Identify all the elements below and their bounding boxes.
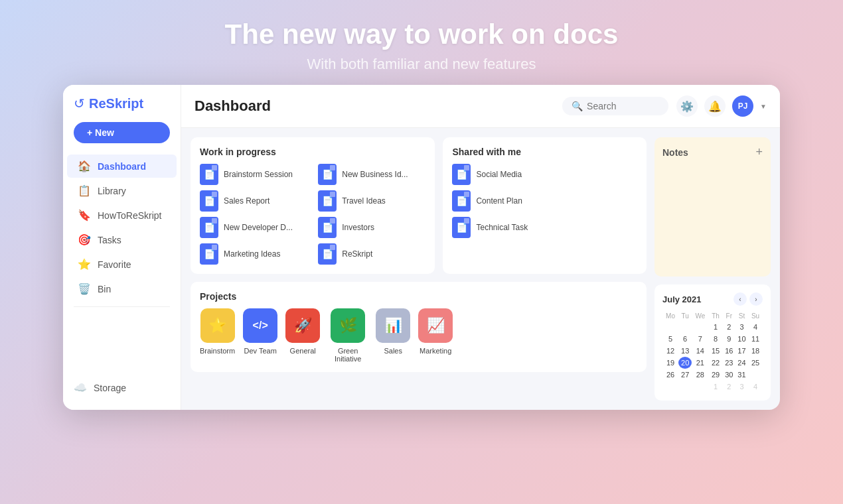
sidebar-item-howtoreskript[interactable]: 🔖 HowToReSkript bbox=[67, 204, 177, 227]
sidebar-item-library[interactable]: 📋 Library bbox=[67, 179, 177, 202]
calendar-day[interactable]: 7 bbox=[692, 333, 708, 345]
calendar-day[interactable]: 28 bbox=[692, 369, 708, 381]
doc-name: New Business Id... bbox=[342, 170, 408, 179]
doc-icon: 📄 bbox=[318, 164, 337, 185]
calendar-day[interactable]: 26 bbox=[662, 369, 678, 381]
project-item-sales[interactable]: 📊 Sales bbox=[376, 308, 410, 355]
calendar-day[interactable]: 21 bbox=[692, 357, 708, 369]
sidebar-item-favorite[interactable]: ⭐ Favorite bbox=[67, 253, 177, 276]
calendar-day[interactable]: 4 bbox=[748, 321, 763, 333]
sidebar-item-tasks[interactable]: 🎯 Tasks bbox=[67, 228, 177, 251]
list-item[interactable]: 📄 Technical Task bbox=[452, 217, 637, 238]
calendar-day[interactable]: 17 bbox=[735, 345, 748, 357]
list-item[interactable]: 📄 ReSkript bbox=[318, 243, 425, 265]
notifications-button[interactable]: 🔔 bbox=[704, 95, 726, 117]
list-item[interactable]: 📄 Sales Report bbox=[200, 190, 307, 212]
avatar[interactable]: PJ bbox=[732, 95, 753, 117]
calendar-grid: Mo Tu We Th Fr St Su 1234567891011121314… bbox=[662, 311, 763, 393]
calendar-day[interactable]: 14 bbox=[692, 345, 708, 357]
calendar-day[interactable]: 6 bbox=[678, 333, 692, 345]
calendar-day[interactable] bbox=[692, 321, 708, 333]
calendar-day[interactable]: 19 bbox=[662, 357, 678, 369]
calendar-day[interactable]: 16 bbox=[723, 345, 735, 357]
calendar-day[interactable]: 3 bbox=[735, 381, 748, 393]
calendar-day[interactable]: 18 bbox=[748, 345, 763, 357]
calendar-day[interactable]: 12 bbox=[662, 345, 678, 357]
calendar-card: July 2021 ‹ › Mo Tu We Th bbox=[654, 284, 771, 401]
new-button[interactable]: + New bbox=[74, 122, 170, 143]
sidebar-item-storage[interactable]: ☁️ Storage bbox=[63, 376, 181, 399]
calendar-day[interactable] bbox=[662, 321, 678, 333]
project-item-marketing[interactable]: 📈 Marketing bbox=[418, 308, 453, 355]
calendar-day[interactable]: 20 bbox=[678, 357, 692, 369]
calendar-next-button[interactable]: › bbox=[749, 292, 763, 306]
page-title: Dashboard bbox=[194, 97, 562, 115]
project-icon: 📊 bbox=[376, 308, 410, 343]
project-icon: 🚀 bbox=[285, 308, 320, 343]
search-icon: 🔍 bbox=[572, 101, 583, 111]
list-item[interactable]: 📄 New Developer D... bbox=[200, 217, 307, 238]
calendar-day[interactable] bbox=[678, 381, 692, 393]
search-input[interactable] bbox=[587, 101, 659, 111]
calendar-day[interactable]: 25 bbox=[748, 357, 763, 369]
topbar-icons: ⚙️ 🔔 PJ ▼ bbox=[676, 95, 767, 117]
calendar-day[interactable] bbox=[678, 321, 692, 333]
project-item-devteam[interactable]: </> Dev Team bbox=[243, 308, 277, 355]
project-item-general[interactable]: 🚀 General bbox=[285, 308, 320, 355]
list-item[interactable]: 📄 New Business Id... bbox=[318, 164, 425, 185]
star-icon: ⭐ bbox=[78, 258, 91, 271]
calendar-day[interactable] bbox=[692, 381, 708, 393]
doc-icon: 📄 bbox=[318, 190, 337, 212]
projects-grid: ⭐ Brainstorm </> Dev Team 🚀 General � bbox=[200, 308, 637, 363]
sidebar-item-label: Bin bbox=[98, 284, 111, 294]
calendar-day[interactable]: 29 bbox=[709, 369, 723, 381]
search-bar: 🔍 bbox=[562, 97, 668, 115]
project-name: General bbox=[290, 347, 316, 355]
project-name: Brainstorm bbox=[200, 347, 235, 355]
calendar-day[interactable]: 27 bbox=[678, 369, 692, 381]
calendar-day[interactable]: 23 bbox=[723, 357, 735, 369]
list-item[interactable]: 📄 Travel Ideas bbox=[318, 190, 425, 212]
doc-name: Social Media bbox=[476, 170, 522, 179]
notes-add-button[interactable]: + bbox=[755, 145, 763, 159]
sidebar-item-bin[interactable]: 🗑️ Bin bbox=[67, 277, 177, 300]
calendar-day[interactable]: 2 bbox=[723, 381, 735, 393]
settings-button[interactable]: ⚙️ bbox=[676, 95, 698, 117]
list-item[interactable]: 📄 Content Plan bbox=[452, 190, 637, 212]
work-docs-col2: 📄 New Business Id... 📄 Travel Ideas 📄 I bbox=[318, 164, 425, 265]
calendar-day[interactable]: 4 bbox=[748, 381, 763, 393]
list-item[interactable]: 📄 Brainstorm Session bbox=[200, 164, 307, 185]
calendar-day[interactable]: 5 bbox=[662, 333, 678, 345]
left-panel: Work in progress 📄 Brainstorm Session 📄 … bbox=[191, 137, 647, 401]
calendar-day[interactable]: 15 bbox=[709, 345, 723, 357]
calendar-day[interactable]: 2 bbox=[723, 321, 735, 333]
calendar-day[interactable]: 13 bbox=[678, 345, 692, 357]
panels-row: Work in progress 📄 Brainstorm Session 📄 … bbox=[191, 137, 647, 274]
calendar-day[interactable]: 24 bbox=[735, 357, 748, 369]
calendar-day[interactable]: 9 bbox=[723, 333, 735, 345]
cal-weekday: We bbox=[692, 311, 708, 321]
calendar-day[interactable]: 1 bbox=[709, 321, 723, 333]
project-item-green[interactable]: 🌿 Green Initiative bbox=[328, 308, 368, 363]
calendar-prev-button[interactable]: ‹ bbox=[733, 292, 747, 306]
calendar-day[interactable]: 11 bbox=[748, 333, 763, 345]
list-item[interactable]: 📄 Social Media bbox=[452, 164, 637, 185]
calendar-day[interactable]: 1 bbox=[709, 381, 723, 393]
calendar-day[interactable]: 3 bbox=[735, 321, 748, 333]
project-name: Dev Team bbox=[244, 347, 277, 355]
calendar-day[interactable]: 31 bbox=[735, 369, 748, 381]
project-item-brainstorm[interactable]: ⭐ Brainstorm bbox=[200, 308, 235, 355]
sidebar: ↺ ReSkript + New 🏠 Dashboard 📋 Library 🔖… bbox=[63, 85, 181, 410]
list-item[interactable]: 📄 Investors bbox=[318, 217, 425, 238]
calendar-nav: ‹ › bbox=[733, 292, 763, 306]
calendar-day[interactable]: 10 bbox=[735, 333, 748, 345]
shared-docs-col: 📄 Social Media 📄 Content Plan 📄 Technica… bbox=[452, 164, 637, 238]
calendar-day[interactable]: 30 bbox=[723, 369, 735, 381]
calendar-day[interactable]: 22 bbox=[709, 357, 723, 369]
doc-icon: 📄 bbox=[200, 243, 218, 265]
calendar-day[interactable] bbox=[662, 381, 678, 393]
calendar-day[interactable]: 8 bbox=[709, 333, 723, 345]
calendar-day[interactable] bbox=[748, 369, 763, 381]
list-item[interactable]: 📄 Marketing Ideas bbox=[200, 243, 307, 265]
sidebar-item-dashboard[interactable]: 🏠 Dashboard bbox=[67, 155, 177, 178]
